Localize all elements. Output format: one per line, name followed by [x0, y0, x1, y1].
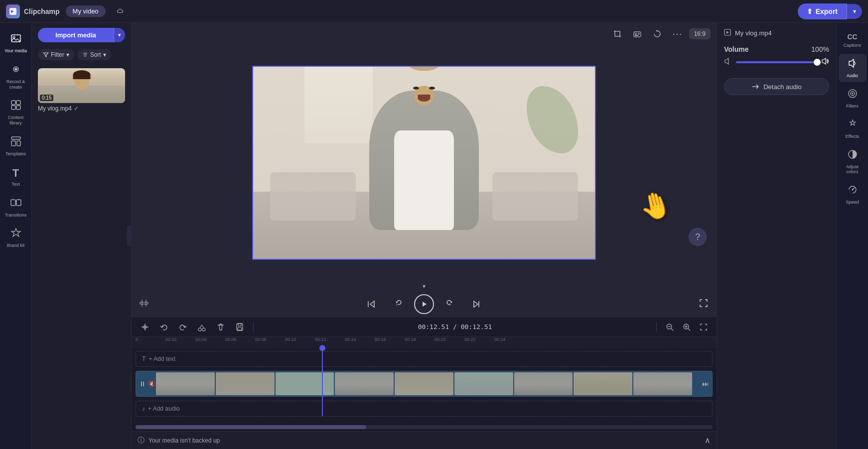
rewind-button[interactable]: 5 — [388, 295, 406, 313]
panel-filename: My vlog.mp4 — [735, 29, 772, 37]
adjust-colors-icon — [847, 149, 858, 162]
help-button[interactable]: ? — [689, 228, 707, 246]
speed-icon — [847, 184, 858, 198]
timeline-scrollbar[interactable] — [136, 425, 713, 429]
fullscreen-button[interactable] — [699, 298, 709, 311]
volume-slider[interactable] — [736, 61, 817, 63]
forward-button[interactable]: 5 — [442, 295, 460, 313]
delete-button[interactable] — [213, 320, 228, 335]
backup-close-button[interactable]: ∧ — [705, 436, 711, 445]
redo-button[interactable] — [175, 320, 190, 335]
sidebar-item-record-create[interactable]: Record &create — [2, 60, 30, 94]
audio-icon — [847, 58, 858, 71]
rs-item-captions[interactable]: CC Captions — [839, 29, 867, 52]
fit-to-window-button[interactable] — [697, 320, 711, 334]
info-icon: ⓘ — [138, 436, 145, 445]
pause-track-icon: ⏸ — [139, 380, 146, 388]
preview-expand-chevron[interactable]: ▾ — [132, 281, 717, 292]
rs-item-adjust-colors[interactable]: Adjustcolors — [839, 145, 867, 178]
backup-message: Your media isn't backed up — [148, 437, 220, 444]
sidebar-item-transitions[interactable]: Transitions — [2, 193, 30, 222]
rs-item-speed[interactable]: Speed — [839, 180, 867, 209]
sidebar-item-text[interactable]: T Text — [2, 163, 30, 191]
cut-button[interactable] — [194, 320, 209, 335]
sidebar-item-brand-kit[interactable]: Brand kit — [2, 224, 30, 252]
volume-slider-row — [724, 57, 829, 67]
rs-label-adjust-colors: Adjustcolors — [846, 164, 859, 174]
detach-audio-button[interactable]: Detach audio — [724, 78, 829, 95]
video-track[interactable]: ⏸ 🔇 — [136, 371, 713, 397]
svg-text:5: 5 — [449, 303, 451, 306]
export-main-button[interactable]: ⬆ Export — [798, 3, 847, 19]
volume-thumb[interactable] — [814, 59, 821, 66]
media-thumbnail: 0:15 — [38, 68, 125, 103]
ruler-mark-18: 00:18 — [405, 337, 416, 342]
add-text-track[interactable]: T + Add text — [136, 351, 713, 367]
hand-cursor-icon: 🤚 — [636, 187, 675, 225]
filter-button[interactable]: Filter ▾ — [38, 49, 74, 60]
svg-rect-17 — [635, 35, 638, 36]
volume-section: Volume 100% — [717, 41, 836, 71]
volume-high-icon — [821, 57, 829, 67]
toolbar-divider-2 — [656, 322, 657, 332]
save-icon[interactable] — [232, 320, 247, 335]
add-audio-track[interactable]: ♪ + Add audio — [136, 401, 713, 417]
skip-forward-button[interactable] — [468, 295, 486, 313]
import-button-group: Import media ▾ — [32, 23, 131, 47]
more-options-icon[interactable]: ⋯ — [669, 26, 685, 42]
undo-button[interactable] — [156, 320, 171, 335]
svg-rect-18 — [140, 302, 148, 304]
import-dropdown-button[interactable]: ▾ — [114, 28, 125, 42]
ruler-mark-22: 00:22 — [464, 337, 476, 342]
transitions-icon — [10, 197, 21, 211]
file-video-icon — [724, 29, 731, 37]
caption-icon[interactable] — [629, 26, 645, 42]
zoom-in-button[interactable] — [680, 320, 694, 334]
media-item-myvlog[interactable]: 0:15 My vlog.mp4 ✓ — [38, 68, 125, 112]
my-video-tab[interactable]: My video — [66, 5, 106, 17]
cloud-save-icon[interactable] — [112, 3, 128, 19]
video-frame-8 — [633, 372, 692, 395]
export-button-group[interactable]: ⬆ Export ▾ — [798, 3, 862, 19]
svg-rect-11 — [17, 141, 20, 146]
sidebar-item-content-library[interactable]: Contentlibrary — [2, 96, 30, 130]
export-dropdown-button[interactable]: ▾ — [847, 4, 862, 19]
import-media-button[interactable]: Import media — [38, 28, 114, 42]
scrollbar-thumb[interactable] — [136, 425, 366, 429]
rs-item-audio[interactable]: Audio — [839, 54, 867, 82]
video-frame-2 — [276, 372, 334, 395]
end-track-icon: ⏭ — [702, 380, 709, 388]
trim-icon[interactable] — [140, 299, 148, 310]
playback-controls: 5 5 — [132, 292, 717, 317]
left-sidebar: Your media Record &create Contentlibrary… — [0, 23, 32, 449]
text-track-row: T + Add text — [136, 350, 713, 368]
backup-notification: ⓘ Your media isn't backed up ∧ — [132, 431, 717, 449]
svg-rect-10 — [11, 141, 15, 146]
snap-to-icon[interactable] — [138, 320, 152, 335]
svg-rect-6 — [16, 101, 20, 105]
toolbar-divider — [253, 322, 254, 332]
filters-icon — [847, 88, 858, 102]
sidebar-item-your-media[interactable]: Your media — [2, 29, 30, 58]
svg-rect-16 — [638, 33, 640, 34]
sidebar-label-record-create: Record &create — [6, 79, 25, 90]
rotate-icon[interactable] — [649, 26, 665, 42]
zoom-out-button[interactable] — [663, 320, 677, 334]
sort-button[interactable]: Sort ▾ — [77, 49, 111, 60]
play-button[interactable] — [414, 294, 434, 314]
rs-label-effects: Effects — [846, 134, 859, 139]
captions-icon: CC — [847, 33, 857, 41]
media-filter-sort-bar: Filter ▾ Sort ▾ — [32, 47, 131, 64]
skip-back-button[interactable] — [362, 295, 380, 313]
rs-item-effects[interactable]: Effects — [839, 114, 867, 143]
rs-label-filters: Filters — [846, 104, 859, 109]
volume-mute-icon[interactable] — [724, 57, 732, 67]
crop-icon[interactable] — [609, 26, 625, 42]
video-frame-3 — [335, 372, 394, 395]
video-frame — [252, 66, 596, 260]
rs-item-filters[interactable]: Filters — [839, 84, 867, 112]
sidebar-item-templates[interactable]: Templates — [2, 132, 30, 161]
volume-fill — [736, 61, 817, 63]
timecode-display: 00:12.51 / 00:12.51 — [260, 323, 650, 331]
right-panel: My vlog.mp4 Volume 100% — [717, 23, 836, 449]
